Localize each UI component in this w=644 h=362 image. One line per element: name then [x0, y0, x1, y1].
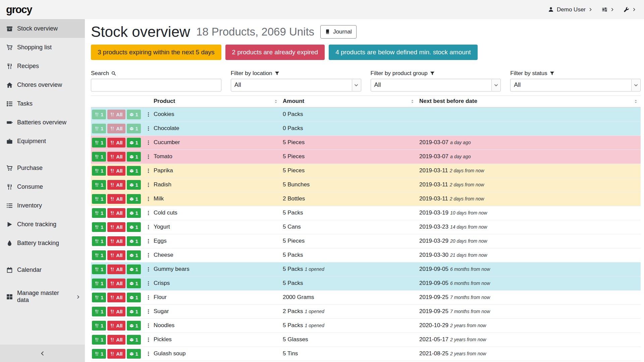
- consume-one-button[interactable]: 1: [92, 222, 106, 232]
- row-menu-button[interactable]: [145, 336, 152, 343]
- sidebar-item-chores-overview[interactable]: Chores overview: [0, 75, 85, 94]
- row-menu-button[interactable]: [145, 266, 152, 273]
- consume-all-button[interactable]: All: [107, 349, 125, 359]
- consume-one-button[interactable]: 1: [92, 166, 106, 176]
- status-filter-select[interactable]: All: [510, 79, 641, 92]
- consume-one-button[interactable]: 1: [92, 321, 106, 330]
- sidebar-item-recipes[interactable]: Recipes: [0, 57, 85, 75]
- sidebar-item-tasks[interactable]: Tasks: [0, 94, 85, 113]
- row-menu-button[interactable]: [145, 167, 152, 174]
- row-menu-button[interactable]: [145, 209, 152, 216]
- row-menu-button[interactable]: [145, 308, 152, 315]
- consume-all-button[interactable]: All: [107, 250, 125, 260]
- consume-one-button[interactable]: 1: [92, 264, 106, 274]
- alert-warning-button[interactable]: 3 products expiring within the next 5 da…: [91, 45, 221, 60]
- consume-one-button[interactable]: 1: [92, 335, 106, 345]
- sidebar-item-batteries-overview[interactable]: Batteries overview: [0, 113, 85, 132]
- sidebar-item-calendar[interactable]: Calendar: [0, 260, 85, 279]
- open-one-button[interactable]: 1: [127, 124, 141, 133]
- alert-info-button[interactable]: 4 products are below defined min. stock …: [329, 45, 477, 60]
- sidebar-item-manage-master-data[interactable]: Manage master data: [0, 287, 85, 306]
- consume-all-button[interactable]: All: [107, 110, 125, 119]
- consume-all-button[interactable]: All: [107, 194, 125, 204]
- search-input[interactable]: [91, 79, 221, 92]
- consume-all-button[interactable]: All: [107, 236, 125, 246]
- sidebar-item-equipment[interactable]: Equipment: [0, 132, 85, 150]
- consume-one-button[interactable]: 1: [92, 349, 106, 359]
- row-menu-button[interactable]: [145, 294, 152, 301]
- location-filter-select[interactable]: All: [231, 79, 361, 92]
- consume-one-button[interactable]: 1: [92, 138, 106, 147]
- user-menu[interactable]: Demo User: [548, 6, 592, 13]
- consume-one-button[interactable]: 1: [92, 194, 106, 204]
- open-one-button[interactable]: 1: [127, 250, 141, 260]
- sidebar-item-chore-tracking[interactable]: Chore tracking: [0, 215, 85, 234]
- sidebar-item-inventory[interactable]: Inventory: [0, 196, 85, 215]
- open-one-button[interactable]: 1: [127, 194, 141, 204]
- consume-all-button[interactable]: All: [107, 138, 125, 147]
- consume-all-button[interactable]: All: [107, 222, 125, 232]
- open-one-button[interactable]: 1: [127, 321, 141, 330]
- row-menu-button[interactable]: [145, 280, 152, 287]
- row-menu-button[interactable]: [145, 111, 152, 118]
- amount-column-header[interactable]: Amount: [281, 96, 417, 107]
- open-one-button[interactable]: 1: [127, 222, 141, 232]
- consume-one-button[interactable]: 1: [92, 250, 106, 260]
- open-one-button[interactable]: 1: [127, 293, 141, 302]
- row-menu-button[interactable]: [145, 238, 152, 244]
- open-one-button[interactable]: 1: [127, 264, 141, 274]
- consume-one-button[interactable]: 1: [92, 208, 106, 218]
- consume-all-button[interactable]: All: [107, 124, 125, 133]
- product-column-header[interactable]: Product: [152, 96, 281, 107]
- consume-one-button[interactable]: 1: [92, 236, 106, 246]
- tools-menu[interactable]: [624, 7, 636, 12]
- row-menu-button[interactable]: [145, 139, 152, 146]
- consume-one-button[interactable]: 1: [92, 307, 106, 316]
- row-menu-button[interactable]: [145, 125, 152, 132]
- consume-all-button[interactable]: All: [107, 293, 125, 302]
- consume-all-button[interactable]: All: [107, 152, 125, 162]
- row-menu-button[interactable]: [145, 322, 152, 329]
- consume-one-button[interactable]: 1: [92, 124, 106, 133]
- alert-danger-button[interactable]: 2 products are already expired: [225, 45, 325, 60]
- open-one-button[interactable]: 1: [127, 307, 141, 316]
- open-one-button[interactable]: 1: [127, 279, 141, 288]
- row-menu-button[interactable]: [145, 195, 152, 202]
- open-one-button[interactable]: 1: [127, 335, 141, 345]
- sidebar-item-battery-tracking[interactable]: Battery tracking: [0, 234, 85, 252]
- row-menu-button[interactable]: [145, 350, 152, 357]
- consume-all-button[interactable]: All: [107, 279, 125, 288]
- collapse-sidebar-button[interactable]: [0, 345, 85, 362]
- consume-all-button[interactable]: All: [107, 180, 125, 190]
- consume-all-button[interactable]: All: [107, 335, 125, 345]
- sidebar-item-stock-overview[interactable]: Stock overview: [0, 19, 85, 38]
- sidebar-item-consume[interactable]: Consume: [0, 177, 85, 196]
- open-one-button[interactable]: 1: [127, 208, 141, 218]
- journal-button[interactable]: Journal: [320, 25, 357, 39]
- consume-all-button[interactable]: All: [107, 208, 125, 218]
- open-one-button[interactable]: 1: [127, 349, 141, 359]
- consume-one-button[interactable]: 1: [92, 293, 106, 302]
- open-one-button[interactable]: 1: [127, 180, 141, 190]
- row-menu-button[interactable]: [145, 224, 152, 230]
- consume-all-button[interactable]: All: [107, 264, 125, 274]
- best-before-column-header[interactable]: Next best before date: [417, 96, 641, 107]
- open-one-button[interactable]: 1: [127, 110, 141, 119]
- row-menu-button[interactable]: [145, 153, 152, 160]
- open-one-button[interactable]: 1: [127, 166, 141, 176]
- sidebar-item-shopping-list[interactable]: Shopping list: [0, 38, 85, 57]
- open-one-button[interactable]: 1: [127, 152, 141, 162]
- product-group-filter-select[interactable]: All: [371, 79, 501, 92]
- settings-menu[interactable]: [602, 7, 614, 12]
- sidebar-item-purchase[interactable]: Purchase: [0, 159, 85, 177]
- consume-one-button[interactable]: 1: [92, 279, 106, 288]
- open-one-button[interactable]: 1: [127, 236, 141, 246]
- row-menu-button[interactable]: [145, 252, 152, 258]
- consume-one-button[interactable]: 1: [92, 110, 106, 119]
- consume-all-button[interactable]: All: [107, 307, 125, 316]
- open-one-button[interactable]: 1: [127, 138, 141, 147]
- row-menu-button[interactable]: [145, 181, 152, 188]
- consume-all-button[interactable]: All: [107, 321, 125, 330]
- consume-all-button[interactable]: All: [107, 166, 125, 176]
- consume-one-button[interactable]: 1: [92, 152, 106, 162]
